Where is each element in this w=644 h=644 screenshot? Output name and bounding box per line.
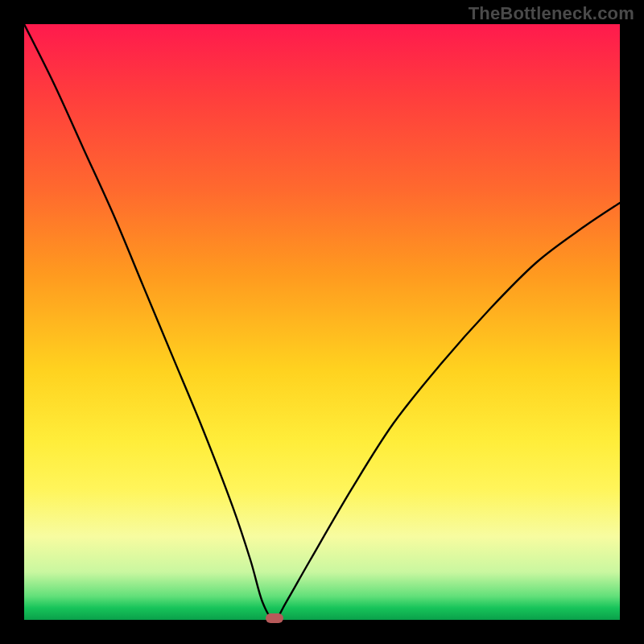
chart-frame: TheBottleneck.com: [0, 0, 644, 644]
bottleneck-curve: [24, 24, 620, 620]
watermark-text: TheBottleneck.com: [469, 3, 634, 24]
optimal-point-marker: [266, 613, 283, 623]
plot-area: [24, 24, 620, 620]
